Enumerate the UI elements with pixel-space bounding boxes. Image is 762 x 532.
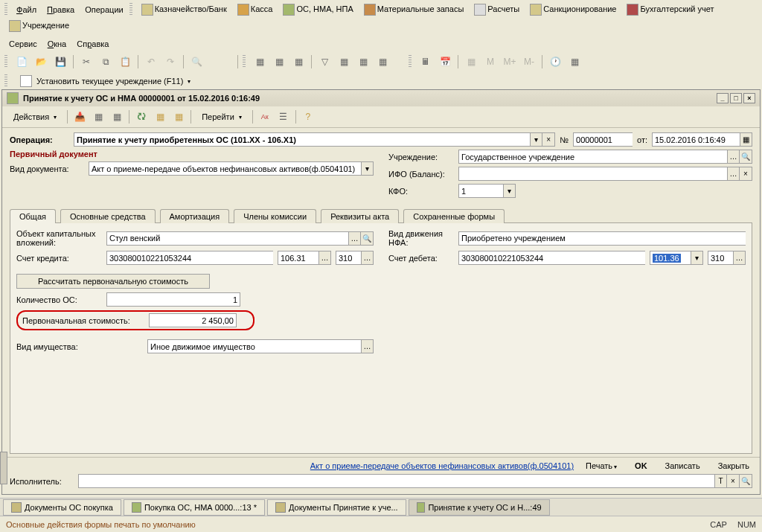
new-icon[interactable]: 📄 [13,54,30,70]
redo-icon[interactable]: ↷ [162,54,179,70]
actions-button[interactable]: Действия▾ [7,109,63,125]
copy-icon[interactable]: ⧉ [97,54,114,70]
side-panel-handle[interactable] [0,452,7,484]
tool-icon[interactable]: ▦ [152,109,168,125]
calc-icon[interactable]: 🖩 [417,54,434,70]
list-icon[interactable]: ☰ [275,109,292,125]
ak-icon[interactable]: Aк [257,109,273,125]
select-icon[interactable]: … [727,167,740,181]
movement-input[interactable] [458,231,746,246]
task-tab[interactable]: Документы Принятие к уче... [267,499,406,516]
ok-button[interactable]: OK [629,460,653,472]
search-icon[interactable]: 🔍 [361,231,374,246]
credit-sub-input[interactable] [278,251,318,265]
tool-icon[interactable]: ▦ [355,54,371,70]
tool-icon[interactable]: ▦ [566,54,583,70]
close-button[interactable]: × [743,93,755,103]
calendar-icon[interactable]: ▦ [740,132,752,147]
minimize-button[interactable]: _ [717,93,729,103]
tool-icon[interactable]: ▦ [252,54,268,70]
menu-accounting[interactable]: Бухгалтерский учет [622,2,718,17]
tab-fixed-assets[interactable]: Основные средства [60,209,156,223]
set-institution-button[interactable]: Установить текущее учреждение (F11)▾ [13,73,197,89]
tool-icon[interactable]: ▦ [170,109,187,125]
menu-calc[interactable]: Расчеты [470,2,524,17]
select-icon[interactable]: … [361,251,374,265]
menu-institution[interactable]: Учреждение [4,19,74,33]
help-icon[interactable]: ? [300,109,316,125]
select-icon[interactable]: … [318,251,331,265]
menu-help[interactable]: Справка [72,38,113,50]
tab-requisites[interactable]: Реквизиты акта [321,209,399,223]
kfo-input[interactable] [458,184,503,198]
task-tab[interactable]: Принятие к учету ОС и Н...:49 [409,499,550,516]
task-tab[interactable]: Документы ОС покупка [3,499,121,516]
refresh-icon[interactable]: 🗘 [133,109,150,125]
menu-sanction[interactable]: Санкционирование [525,2,621,17]
dropdown-icon[interactable]: ▾ [530,132,542,147]
menu-inventory[interactable]: Материальные запасы [359,2,469,17]
tab-members[interactable]: Члены комиссии [234,209,316,223]
task-tab[interactable]: Покупка ОС, НМА 0000...:13 * [124,499,265,516]
print-button[interactable]: Печать▾ [580,460,623,472]
credit-code-input[interactable] [336,251,361,265]
cut-icon[interactable]: ✂ [78,54,95,70]
ifo-input[interactable] [458,167,727,181]
open-icon[interactable]: 📂 [33,54,49,70]
paste-icon[interactable]: 📋 [117,54,133,70]
menu-windows[interactable]: Окна [43,38,71,50]
tool-icon[interactable]: ▦ [336,54,352,70]
select-icon[interactable]: … [733,251,746,265]
select-icon[interactable]: … [727,150,740,164]
qty-input[interactable] [106,292,240,307]
doc-type-input[interactable] [89,161,361,176]
close-button[interactable]: Закрыть [712,460,755,472]
clear-icon[interactable]: × [740,167,752,181]
number-input[interactable] [573,132,633,147]
tool-icon[interactable]: ▦ [374,54,391,70]
menu-assets[interactable]: ОС, НМА, НПА [278,2,357,17]
dropdown-icon[interactable]: ▾ [691,251,703,265]
menu-operations[interactable]: Операции [80,4,127,16]
save-icon[interactable]: 💾 [52,54,68,70]
executor-input[interactable] [78,474,714,488]
debit-sub-input[interactable]: 101.36 [650,251,691,265]
date-input[interactable] [652,132,740,147]
tool-icon[interactable]: ▦ [271,54,287,70]
property-type-input[interactable] [147,339,361,353]
dropdown-icon[interactable]: ▾ [503,184,516,198]
object-input[interactable] [106,231,348,246]
dropdown-icon[interactable]: ▾ [361,161,374,176]
menu-cash[interactable]: Касса [233,2,278,17]
clear-icon[interactable]: × [727,474,740,488]
search-icon[interactable]: 🔍 [740,474,752,488]
act-link[interactable]: Акт о приеме-передаче объектов нефинансо… [310,461,574,470]
menu-file[interactable]: ФФайлайл [12,4,41,16]
post-icon[interactable]: 📥 [71,109,88,125]
calculate-cost-button[interactable]: Рассчитать первоначальную стоимость [16,274,210,289]
tool-icon[interactable]: ▦ [90,109,106,125]
menu-edit[interactable]: Правка [42,4,79,16]
tab-amortization[interactable]: Амортизация [160,209,230,223]
tab-general[interactable]: Общая [10,209,56,223]
operation-input[interactable] [74,132,530,147]
menu-treasury[interactable]: Казначейство/Банк [137,2,231,17]
tool-icon[interactable]: ▦ [109,109,125,125]
select-icon[interactable]: … [348,231,361,246]
tool-icon[interactable]: ▦ [290,54,307,70]
calendar-icon[interactable]: 📅 [437,54,453,70]
maximize-button[interactable]: □ [730,93,742,103]
tab-saved-forms[interactable]: Сохраненные формы [403,209,505,223]
filter-icon[interactable]: ▽ [316,54,333,70]
debit-account-input[interactable] [458,251,645,265]
clock-icon[interactable]: 🕐 [547,54,563,70]
type-icon[interactable]: T [714,474,727,488]
save-button[interactable]: Записать [659,460,706,472]
clear-icon[interactable]: × [542,132,555,147]
cost-input[interactable] [149,313,237,327]
credit-account-input[interactable] [106,251,273,265]
goto-button[interactable]: Перейти▾ [195,109,249,125]
menu-service[interactable]: Сервис [4,38,42,50]
select-icon[interactable]: … [361,339,374,353]
find-icon[interactable]: 🔍 [188,54,205,70]
